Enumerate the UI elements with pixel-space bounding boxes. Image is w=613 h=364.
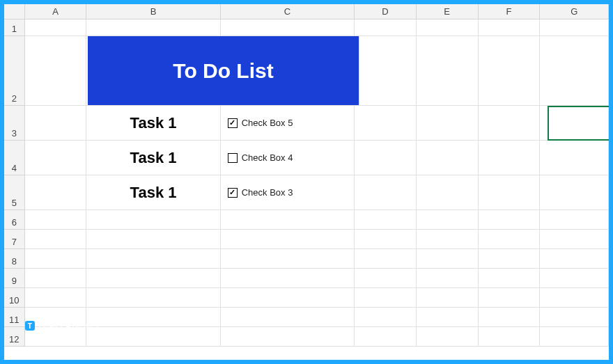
row-header-10[interactable]: 10: [4, 288, 25, 308]
cell-f9[interactable]: [479, 269, 541, 288]
cell-d6[interactable]: [355, 210, 417, 230]
cell-c1[interactable]: [221, 19, 355, 36]
row-header-1[interactable]: 1: [4, 19, 25, 36]
cell-d4[interactable]: [355, 141, 417, 175]
cell-g12[interactable]: [540, 327, 609, 347]
cell-e8[interactable]: [417, 249, 479, 269]
select-all-corner[interactable]: [4, 4, 25, 19]
cell-c10[interactable]: [221, 288, 355, 308]
row-header-11[interactable]: 11: [4, 308, 25, 327]
cell-b8[interactable]: [86, 249, 220, 269]
row-header-3[interactable]: 3: [4, 106, 25, 141]
row-header-4[interactable]: 4: [4, 141, 25, 175]
checkbox-control-5[interactable]: Check Box 5: [221, 106, 354, 140]
cell-a7[interactable]: [25, 230, 87, 249]
col-header-d[interactable]: D: [355, 4, 417, 19]
cell-d2[interactable]: [355, 36, 417, 106]
cell-d10[interactable]: [355, 288, 417, 308]
row-header-5[interactable]: 5: [4, 175, 25, 210]
cell-g11[interactable]: [540, 308, 609, 327]
cell-b10[interactable]: [86, 288, 220, 308]
cell-g4[interactable]: [540, 141, 609, 175]
cell-d11[interactable]: [355, 308, 417, 327]
col-header-e[interactable]: E: [417, 4, 479, 19]
col-header-b[interactable]: B: [86, 4, 220, 19]
cell-f4[interactable]: [479, 141, 541, 175]
cell-a5[interactable]: [25, 175, 87, 210]
col-header-g[interactable]: G: [540, 4, 609, 19]
cell-e12[interactable]: [417, 327, 479, 347]
cell-d1[interactable]: [355, 19, 417, 36]
cell-e9[interactable]: [417, 269, 479, 288]
cell-f5[interactable]: [479, 175, 541, 210]
cell-a2[interactable]: [25, 36, 87, 106]
cell-e10[interactable]: [417, 288, 479, 308]
row-header-8[interactable]: 8: [4, 249, 25, 269]
cell-e6[interactable]: [417, 210, 479, 230]
cell-f1[interactable]: [479, 19, 541, 36]
cell-b1[interactable]: [86, 19, 220, 36]
cell-d3[interactable]: [355, 106, 417, 141]
cell-b5[interactable]: Task 1: [86, 175, 220, 210]
cell-b11[interactable]: [86, 308, 220, 327]
cell-d7[interactable]: [355, 230, 417, 249]
cell-e11[interactable]: [417, 308, 479, 327]
col-header-f[interactable]: F: [479, 4, 541, 19]
cell-c8[interactable]: [221, 249, 355, 269]
col-header-c[interactable]: C: [221, 4, 355, 19]
cell-a9[interactable]: [25, 269, 87, 288]
cell-g5[interactable]: [540, 175, 609, 210]
cell-g9[interactable]: [540, 269, 609, 288]
cell-e4[interactable]: [417, 141, 479, 175]
cell-f11[interactable]: [479, 308, 541, 327]
cell-b6[interactable]: [86, 210, 220, 230]
cell-e1[interactable]: [417, 19, 479, 36]
col-header-a[interactable]: A: [25, 4, 87, 19]
cell-f3[interactable]: [479, 106, 541, 141]
cell-c5[interactable]: Check Box 3: [221, 175, 355, 210]
cell-f12[interactable]: [479, 327, 541, 347]
cell-f8[interactable]: [479, 249, 541, 269]
cell-e2[interactable]: [417, 36, 479, 106]
cell-c9[interactable]: [221, 269, 355, 288]
cell-a10[interactable]: [25, 288, 87, 308]
cell-a8[interactable]: [25, 249, 87, 269]
cell-f10[interactable]: [479, 288, 541, 308]
cell-c11[interactable]: [221, 308, 355, 327]
cell-a4[interactable]: [25, 141, 87, 175]
row-header-7[interactable]: 7: [4, 230, 25, 249]
cell-g7[interactable]: [540, 230, 609, 249]
row-header-9[interactable]: 9: [4, 269, 25, 288]
cell-g1[interactable]: [540, 19, 609, 36]
cell-g8[interactable]: [540, 249, 609, 269]
cell-d8[interactable]: [355, 249, 417, 269]
checkbox-control-3[interactable]: Check Box 3: [221, 175, 354, 209]
cell-b3[interactable]: Task 1: [86, 106, 220, 141]
cell-b4[interactable]: Task 1: [86, 141, 220, 175]
cell-b9[interactable]: [86, 269, 220, 288]
cell-e7[interactable]: [417, 230, 479, 249]
cell-g3[interactable]: [540, 106, 609, 141]
cell-c12[interactable]: [221, 327, 355, 347]
cell-c6[interactable]: [221, 210, 355, 230]
cell-g6[interactable]: [540, 210, 609, 230]
cell-g10[interactable]: [540, 288, 609, 308]
cell-b7[interactable]: [86, 230, 220, 249]
cell-d5[interactable]: [355, 175, 417, 210]
checkbox-control-4[interactable]: Check Box 4: [221, 141, 354, 175]
cell-c3[interactable]: Check Box 5: [221, 106, 355, 141]
cell-e5[interactable]: [417, 175, 479, 210]
row-header-12[interactable]: 12: [4, 327, 25, 347]
cell-f2[interactable]: [479, 36, 541, 106]
row-header-6[interactable]: 6: [4, 210, 25, 230]
title-cell[interactable]: To Do List: [88, 36, 359, 106]
cell-a3[interactable]: [25, 106, 87, 141]
cell-f6[interactable]: [479, 210, 541, 230]
cell-c4[interactable]: Check Box 4: [221, 141, 355, 175]
cell-d12[interactable]: [355, 327, 417, 347]
cell-b12[interactable]: [86, 327, 220, 347]
cell-a6[interactable]: [25, 210, 87, 230]
cell-a1[interactable]: [25, 19, 87, 36]
row-header-2[interactable]: 2: [4, 36, 25, 106]
cell-f7[interactable]: [479, 230, 541, 249]
